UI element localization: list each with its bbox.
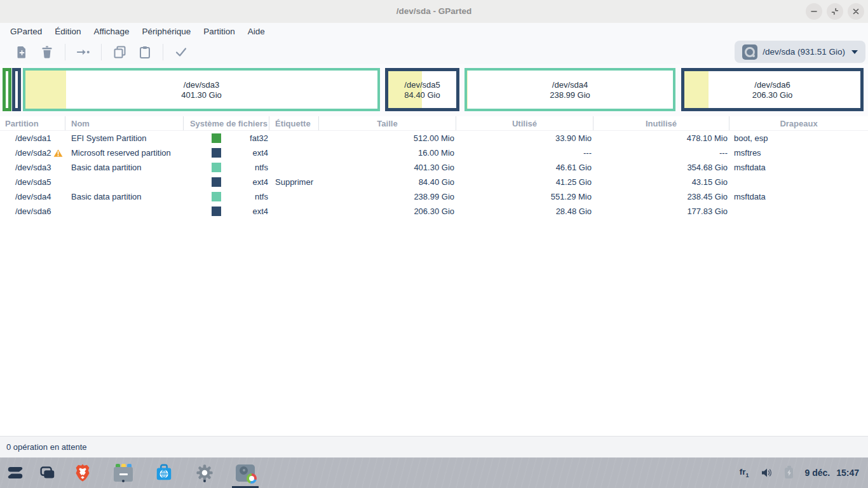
partition-table: Partition Nom Système de fichiers Étique… <box>0 116 868 219</box>
cell-label <box>269 189 319 204</box>
disk-partition-sda1[interactable] <box>3 68 11 111</box>
resize-move-button[interactable] <box>76 45 90 59</box>
cell-flags: msftdata <box>729 160 868 175</box>
table-row-sda4[interactable]: /dev/sda4 Basic data partition ntfs 238.… <box>0 189 868 204</box>
menu-peripherique[interactable]: Périphérique <box>137 25 196 38</box>
filesystem-color-swatch <box>212 148 221 158</box>
toolbar-separator <box>101 44 102 60</box>
battery-icon[interactable] <box>785 468 793 478</box>
toolbar-separator <box>163 44 163 60</box>
device-selector[interactable]: /dev/sda (931.51 Gio) <box>735 41 865 63</box>
cell-filesystem: ext4 <box>252 148 268 158</box>
table-row-sda6[interactable]: /dev/sda6 ext4 206.30 Gio 28.48 Gio 177.… <box>0 204 868 219</box>
cell-flags <box>729 175 868 189</box>
table-row-sda3[interactable]: /dev/sda3 Basic data partition ntfs 401.… <box>0 160 868 175</box>
titlebar[interactable]: /dev/sda - GParted <box>0 0 868 23</box>
cell-name: Basic data partition <box>65 189 184 204</box>
restore-button[interactable] <box>827 3 843 20</box>
toolbar-separator <box>65 44 65 60</box>
zorin-logo-icon <box>5 463 25 483</box>
column-header-nom: Nom <box>65 116 184 130</box>
clock-time: 15:47 <box>836 468 859 478</box>
copy-button[interactable] <box>112 45 126 59</box>
menu-gparted[interactable]: GParted <box>5 25 47 38</box>
software-store-button[interactable] <box>154 463 174 483</box>
cell-name: Basic data partition <box>65 160 184 175</box>
window-switcher-button[interactable] <box>37 463 57 483</box>
apply-operations-button[interactable] <box>174 45 188 59</box>
volume-icon[interactable] <box>760 466 773 479</box>
menu-affichage[interactable]: Affichage <box>89 25 135 38</box>
cell-flags: msftres <box>729 146 868 160</box>
cell-partition: /dev/sda4 <box>15 192 51 201</box>
cell-label <box>269 146 319 160</box>
table-row-sda2[interactable]: /dev/sda2 Microsoft reserved partition e… <box>0 146 868 160</box>
cell-label: Supprimer <box>269 175 319 189</box>
column-header-systeme: Système de fichiers <box>184 116 269 130</box>
new-partition-button[interactable] <box>15 45 29 59</box>
window-controls <box>806 3 864 20</box>
disk-partition-sda3[interactable]: /dev/sda3 401.30 Gio <box>23 68 380 111</box>
cell-flags: boot, esp <box>729 131 868 146</box>
column-header-partition: Partition <box>0 116 65 130</box>
disk-partition-sda6[interactable]: /dev/sda6 206.30 Gio <box>681 68 864 111</box>
copy-icon <box>114 46 126 58</box>
delete-icon <box>41 46 53 58</box>
column-header-inutilise: Inutilisé <box>593 116 729 130</box>
disk-partition-sda2[interactable] <box>12 68 21 111</box>
running-indicator <box>122 480 125 482</box>
table-row-sda1[interactable]: /dev/sda1 EFI System Partition fat32 512… <box>0 131 868 146</box>
menu-aide[interactable]: Aide <box>243 25 270 38</box>
filesystem-color-swatch <box>212 163 221 172</box>
delete-partition-button[interactable] <box>40 45 54 59</box>
hard-disk-icon <box>742 44 757 60</box>
keyboard-layout-indicator[interactable]: fr1 <box>740 467 749 478</box>
software-store-icon <box>154 463 173 482</box>
running-indicator <box>203 480 206 482</box>
menu-partition[interactable]: Partition <box>198 25 240 38</box>
file-manager-button[interactable] <box>113 463 133 483</box>
cell-unused: --- <box>593 146 729 160</box>
menu-edition[interactable]: Édition <box>50 25 86 38</box>
cell-unused: 238.45 Gio <box>593 189 729 204</box>
cell-size: 512.00 Mio <box>319 131 456 146</box>
cell-unused: 478.10 Mio <box>593 131 729 146</box>
zorin-menu-button[interactable] <box>5 463 25 483</box>
brave-browser-button[interactable] <box>72 463 93 483</box>
cell-partition: /dev/sda5 <box>15 177 51 187</box>
device-selector-label: /dev/sda (931.51 Gio) <box>763 47 845 57</box>
close-button[interactable] <box>848 3 864 20</box>
paste-button[interactable] <box>138 45 152 59</box>
cell-flags <box>729 204 868 219</box>
cell-size: 16.00 Mio <box>319 146 456 160</box>
minimize-icon <box>810 7 818 16</box>
clock[interactable]: 9 déc. 15:47 <box>804 468 859 478</box>
gparted-icon <box>236 464 255 482</box>
filesystem-color-swatch <box>212 133 221 143</box>
gparted-app-button[interactable] <box>235 463 255 483</box>
cell-filesystem: fat32 <box>250 133 268 143</box>
settings-button[interactable] <box>194 463 215 483</box>
column-header-utilise: Utilisé <box>456 116 593 130</box>
column-header-etiquette: Étiquette <box>269 116 319 130</box>
minimize-button[interactable] <box>806 3 822 20</box>
partition-size-label: 84.40 Gio <box>404 90 440 100</box>
cell-label <box>269 160 319 175</box>
cell-size: 401.30 Gio <box>319 160 456 175</box>
filesystem-color-swatch <box>212 177 221 187</box>
cell-unused: 43.15 Gio <box>593 175 729 189</box>
cell-unused: 354.68 Gio <box>593 160 729 175</box>
cell-partition: /dev/sda6 <box>15 207 51 216</box>
clock-date: 9 déc. <box>804 468 830 478</box>
disk-partition-sda5[interactable]: /dev/sda5 84.40 Gio <box>385 68 459 111</box>
partition-device-label: /dev/sda5 <box>404 80 440 90</box>
cell-label <box>269 131 319 146</box>
cell-name <box>65 175 184 189</box>
cell-size: 84.40 Gio <box>319 175 456 189</box>
partition-size-label: 238.99 Gio <box>550 90 590 100</box>
disk-partition-sda4[interactable]: /dev/sda4 238.99 Gio <box>465 68 675 111</box>
table-row-sda5[interactable]: /dev/sda5 ext4 Supprimer 84.40 Gio 41.25… <box>0 175 868 189</box>
toolbar: /dev/sda (931.51 Gio) <box>0 39 868 64</box>
cell-partition: /dev/sda3 <box>15 163 51 172</box>
cell-label <box>269 204 319 219</box>
